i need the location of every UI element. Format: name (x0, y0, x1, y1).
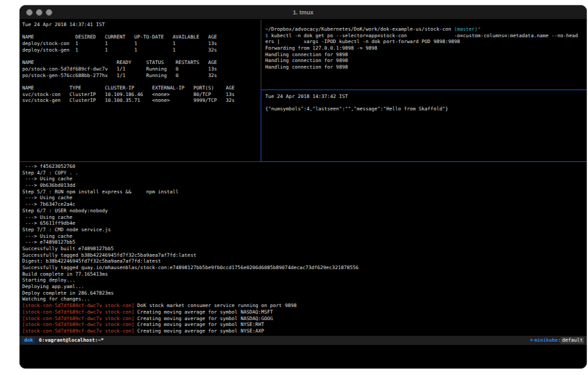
terminal-line: {"numsymbols":4,"lastseen":"","message":… (265, 106, 587, 112)
pane-border-vertical-top[interactable] (261, 20, 261, 90)
terminal-line: deploy/stock-con 1 1 1 1 13s (22, 41, 261, 47)
terminal-line: Successfully tagged b38b42246945fd7f32c5… (22, 252, 587, 259)
terminal-line: Deploying app.yaml... (22, 284, 587, 290)
tmux-terminal: Tue 24 Apr 2018 14:37:41 IST NAME DESIRE… (20, 20, 587, 368)
terminal-line: Handling connection for 9898 (265, 57, 587, 64)
terminal-line: Handling connection for 9898 (265, 64, 587, 71)
terminal-line: ers | xargs -IPOD kubectl -n dok port-fo… (265, 39, 587, 45)
current-window-name[interactable]: 0:vagrant@localhost:~* (39, 337, 104, 344)
pane-border-horizontal-right[interactable] (261, 90, 587, 90)
window-title: 1. tmux (20, 9, 587, 16)
terminal-line: ---> 7b6347ce2a4c (22, 201, 587, 208)
terminal-line: ---> f45623052760 (22, 163, 587, 170)
terminal-line (265, 100, 587, 106)
terminal-line: Step 4/7 : COPY . . (22, 170, 587, 176)
terminal-line: po/stock-con-5d7df689cf-dwc7v 1/1 Runnin… (22, 66, 261, 73)
pane-kubectl-resources[interactable]: Tue 24 Apr 2018 14:37:41 IST NAME DESIRE… (20, 20, 261, 161)
terminal-line: Successfully built e74898127bb5 (22, 246, 587, 252)
terminal-line: ---> 0b636bd013dd (22, 182, 587, 189)
terminal-line: Digest: b38b42246945fd7f32c5ba9aea7af7fd… (22, 258, 587, 265)
terminal-line: NAME DESIRED CURRENT UP-TO-DATE AVAILABL… (22, 34, 261, 41)
terminal-line: ---> e74898127bb5 (22, 239, 587, 246)
pane-port-forward[interactable]: ~/Dropbox/advocacy/Kubernetes/DoK/work/d… (262, 20, 587, 90)
kube-context: minikube (534, 337, 558, 344)
terminal-line (22, 28, 261, 35)
terminal-line: [stock-con-5d7df689cf-dwc7v stock-con] C… (22, 316, 587, 322)
terminal-line: [stock-con-5d7df689cf-dwc7v stock-con] C… (22, 309, 587, 316)
pane-skaffold-build-log[interactable]: ---> f45623052760Step 4/7 : COPY . . ---… (20, 162, 587, 336)
terminal-line: NAME READY STATUS RESTARTS AGE (22, 59, 261, 66)
terminal-line: svc/stock-gen ClusterIP 10.100.35.71 <no… (22, 97, 261, 104)
terminal-line: Tue 24 Apr 2018 14:37:41 IST (22, 22, 261, 28)
terminal-line: ---> 65611ff9db4e (22, 220, 587, 227)
terminal-line: po/stock-gen-576cc688bb-277hx 1/1 Runnin… (22, 73, 261, 79)
terminal-line: Tue 24 Apr 2018 14:37:42 IST (265, 93, 587, 100)
terminal-line: ---> Using cache (22, 214, 587, 221)
terminal-line: ---> Using cache (22, 233, 587, 240)
terminal-line: deploy/stock-gen 1 1 1 1 32s (22, 47, 261, 54)
terminal-window: 1. tmux Tue 24 Apr 2018 14:37:41 IST NAM… (20, 5, 587, 368)
terminal-line: ---> Using cache (22, 176, 587, 182)
terminal-line: Step 5/7 : RUN npm install express && np… (22, 189, 587, 195)
kube-namespace: default (561, 337, 584, 344)
terminal-line: svc/stock-con ClusterIP 10.109.186.46 <n… (22, 91, 261, 98)
traffic-lights (26, 9, 52, 16)
terminal-line: Forwarding from 127.0.0.1:9898 -> 9898 (265, 45, 587, 52)
terminal-line: Build complete in 77.165413ms (22, 271, 587, 278)
terminal-line: [stock-con-5d7df689cf-dwc7v stock-con] C… (22, 328, 587, 334)
zoom-button[interactable] (46, 9, 52, 16)
terminal-line: Starting deploy... (22, 277, 587, 284)
terminal-line: ---> Using cache (22, 195, 587, 201)
kubernetes-helm-icon: ☸ (530, 337, 533, 344)
pane-service-response[interactable]: Tue 24 Apr 2018 14:37:42 IST {"numsymbol… (262, 90, 587, 161)
terminal-line: [stock-con-5d7df689cf-dwc7v stock-con] C… (22, 321, 587, 328)
terminal-line (22, 53, 261, 59)
kube-status-segment: ☸ minikube : default (530, 337, 584, 344)
pane-border-horizontal-main-right[interactable] (261, 161, 587, 162)
terminal-line: Successfully tagged quay.io/mhausenblas/… (22, 265, 587, 271)
terminal-line: [stock-con-5d7df689cf-dwc7v stock-con] D… (22, 302, 587, 309)
terminal-line: Deploy complete in 286.647823ms (22, 290, 587, 297)
session-name-badge[interactable]: dok (22, 337, 35, 344)
terminal-line: ~/Dropbox/advocacy/Kubernetes/DoK/work/d… (265, 26, 587, 33)
terminal-line: $ kubectl -n dok get po --selector=app=s… (265, 33, 587, 39)
terminal-line: Watching for changes... (22, 296, 587, 302)
terminal-line: Step 6/7 : USER nobody:nobody (22, 208, 587, 214)
minimize-button[interactable] (36, 9, 42, 16)
terminal-line: Step 7/7 : CMD node service.js (22, 227, 587, 233)
tmux-status-bar: dok 0:vagrant@localhost:~* ☸ minikube : … (20, 336, 587, 345)
close-button[interactable] (26, 9, 33, 16)
pane-border-horizontal-main-left[interactable] (20, 161, 261, 162)
pane-border-vertical-active[interactable] (261, 90, 261, 161)
terminal-line (22, 78, 261, 85)
terminal-line: NAME TYPE CLUSTER-IP EXTERNAL-IP PORT(S)… (22, 85, 261, 91)
window-titlebar[interactable]: 1. tmux (20, 5, 587, 20)
terminal-line: Handling connection for 9898 (265, 52, 587, 58)
